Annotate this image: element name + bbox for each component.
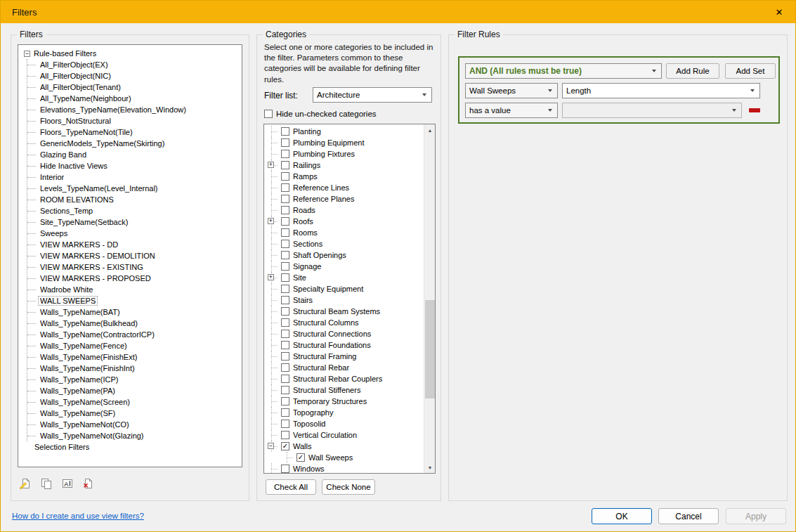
- rule-category-select[interactable]: Wall Sweeps: [465, 83, 558, 98]
- filter-tree-item[interactable]: Walls_TypeNameNot(CO): [27, 419, 240, 430]
- filter-tree-item[interactable]: Walls_TypeName(BAT): [27, 306, 240, 318]
- help-link[interactable]: How do I create and use view filters?: [12, 512, 144, 520]
- filter-tree-item[interactable]: All_FilterObject(NIC): [27, 70, 240, 82]
- category-checkbox[interactable]: [281, 217, 289, 226]
- filter-tree-item[interactable]: Walls_TypeName(ContractorICP): [27, 329, 240, 340]
- category-checkbox[interactable]: [281, 161, 289, 169]
- category-checkbox[interactable]: ✓: [296, 453, 305, 462]
- collapse-icon[interactable]: −: [268, 443, 274, 449]
- category-checkbox[interactable]: [281, 127, 289, 136]
- category-checkbox[interactable]: [281, 397, 289, 406]
- filter-tree-item[interactable]: Walls_TypeName(Fence): [27, 340, 240, 351]
- category-item[interactable]: Signage: [264, 261, 424, 272]
- filter-tree-item[interactable]: VIEW MARKERS - DD: [27, 239, 240, 250]
- category-item[interactable]: Vertical Circulation: [264, 429, 424, 441]
- category-checkbox[interactable]: [281, 195, 289, 203]
- filter-tree-item[interactable]: All_FilterObject(EX): [27, 59, 240, 70]
- check-all-button[interactable]: Check All: [266, 479, 316, 495]
- category-item[interactable]: Structural Connections: [264, 328, 424, 339]
- category-item[interactable]: Reference Planes: [264, 193, 424, 205]
- cancel-button[interactable]: Cancel: [658, 508, 719, 524]
- filter-tree-item[interactable]: Site_TypeName(Setback): [27, 216, 240, 228]
- tree-root-selection-filters[interactable]: Selection Filters: [20, 441, 240, 453]
- category-checkbox[interactable]: [281, 138, 289, 147]
- filter-list-select[interactable]: Architecture: [313, 87, 432, 103]
- filter-tree-item[interactable]: VIEW MARKERS - PROPOSED: [27, 273, 240, 284]
- collapse-icon[interactable]: −: [24, 51, 30, 57]
- tree-root-rule-based-filters[interactable]: − Rule-based Filters: [20, 48, 240, 59]
- filter-tree-item[interactable]: Wadrobe White: [27, 284, 240, 295]
- remove-rule-button[interactable]: [749, 108, 760, 112]
- filter-tree-item[interactable]: ROOM ELEVATIONS: [27, 194, 240, 205]
- category-checkbox[interactable]: [281, 240, 289, 248]
- expand-icon[interactable]: +: [268, 162, 274, 168]
- category-checkbox[interactable]: ✓: [281, 442, 289, 450]
- filter-tree-item[interactable]: Walls_TypeName(FinishInt): [27, 363, 240, 374]
- category-item[interactable]: Structural Rebar Couplers: [264, 373, 424, 384]
- category-item[interactable]: +Site: [264, 272, 424, 283]
- category-checkbox[interactable]: [281, 408, 289, 417]
- category-item[interactable]: Reference Lines: [264, 182, 424, 193]
- category-item[interactable]: Windows: [264, 463, 424, 474]
- category-checkbox[interactable]: [281, 251, 289, 259]
- filter-tree-item[interactable]: GenericModels_TypeName(Skirting): [27, 138, 240, 149]
- delete-filter-button[interactable]: [81, 476, 96, 491]
- filter-tree-item[interactable]: All_TypeName(Neighbour): [27, 93, 240, 104]
- category-item[interactable]: Temporary Structures: [264, 396, 424, 407]
- add-rule-button[interactable]: Add Rule: [666, 63, 719, 79]
- category-item[interactable]: Structural Beam Systems: [264, 306, 424, 317]
- category-checkbox[interactable]: [281, 172, 289, 181]
- category-checkbox[interactable]: [281, 375, 289, 383]
- add-set-button[interactable]: Add Set: [725, 63, 776, 79]
- category-item[interactable]: Ramps: [264, 171, 424, 182]
- category-checkbox[interactable]: [281, 431, 289, 439]
- category-item[interactable]: Structural Columns: [264, 317, 424, 328]
- filter-tree-item[interactable]: Floors_TypeNameNot(Tile): [27, 126, 240, 138]
- filter-tree-item[interactable]: Walls_TypeName(Screen): [27, 396, 240, 408]
- category-checkbox[interactable]: [281, 352, 289, 361]
- filter-tree-item[interactable]: Walls_TypeName(FinishExt): [27, 351, 240, 363]
- close-button[interactable]: ✕: [763, 1, 795, 23]
- rule-value-select[interactable]: [562, 103, 742, 118]
- category-checkbox[interactable]: [281, 206, 289, 214]
- category-item[interactable]: Sections: [264, 238, 424, 249]
- category-item[interactable]: ✓Wall Sweeps: [264, 452, 424, 463]
- category-checkbox[interactable]: [281, 330, 289, 338]
- categories-scrollbar[interactable]: ▲ ▼: [424, 124, 435, 473]
- hide-unchecked-checkbox[interactable]: [264, 110, 273, 118]
- category-item[interactable]: Stairs: [264, 294, 424, 306]
- category-item[interactable]: Structural Foundations: [264, 339, 424, 351]
- category-item[interactable]: +Roofs: [264, 216, 424, 227]
- category-item[interactable]: Shaft Openings: [264, 249, 424, 261]
- category-checkbox[interactable]: [281, 307, 289, 316]
- scroll-down-icon[interactable]: ▼: [424, 462, 436, 473]
- filter-tree-item[interactable]: Sweeps: [27, 228, 240, 239]
- rename-filter-button[interactable]: A: [60, 476, 74, 491]
- scrollbar-thumb[interactable]: [425, 300, 435, 398]
- filter-tree-item[interactable]: Elevations_TypeName(Elevation_Window): [27, 104, 240, 115]
- filter-tree-item[interactable]: All_FilterObject(Tenant): [27, 82, 240, 93]
- filter-tree-item[interactable]: Interior: [27, 171, 240, 183]
- category-checkbox[interactable]: [281, 285, 289, 293]
- filter-tree-item[interactable]: Levels_TypeName(Level_Internal): [27, 183, 240, 194]
- ok-button[interactable]: OK: [592, 508, 652, 524]
- filter-tree-item[interactable]: Walls_TypeName(SF): [27, 408, 240, 419]
- filter-tree-item[interactable]: Walls_TypeNameNot(Glazing): [27, 430, 240, 441]
- category-checkbox[interactable]: [281, 296, 289, 304]
- filter-tree-item[interactable]: VIEW MARKERS - DEMOLITION: [27, 250, 240, 261]
- filter-tree-item[interactable]: Walls_TypeName(Bulkhead): [27, 318, 240, 329]
- category-checkbox[interactable]: [281, 228, 289, 237]
- conjunction-select[interactable]: AND (All rules must be true): [465, 63, 662, 79]
- category-item[interactable]: Specialty Equipment: [264, 283, 424, 294]
- category-item[interactable]: Structural Framing: [264, 351, 424, 362]
- category-item[interactable]: Roads: [264, 205, 424, 216]
- filter-tree-item[interactable]: Floors_NotStructural: [27, 115, 240, 126]
- category-checkbox[interactable]: [281, 341, 289, 349]
- duplicate-filter-button[interactable]: [39, 476, 53, 491]
- category-checkbox[interactable]: [281, 420, 289, 428]
- new-filter-button[interactable]: [18, 476, 32, 491]
- category-item[interactable]: +Railings: [264, 160, 424, 171]
- category-item[interactable]: Rooms: [264, 227, 424, 238]
- expand-icon[interactable]: +: [268, 274, 274, 280]
- rule-operator-select[interactable]: has a value: [465, 103, 558, 118]
